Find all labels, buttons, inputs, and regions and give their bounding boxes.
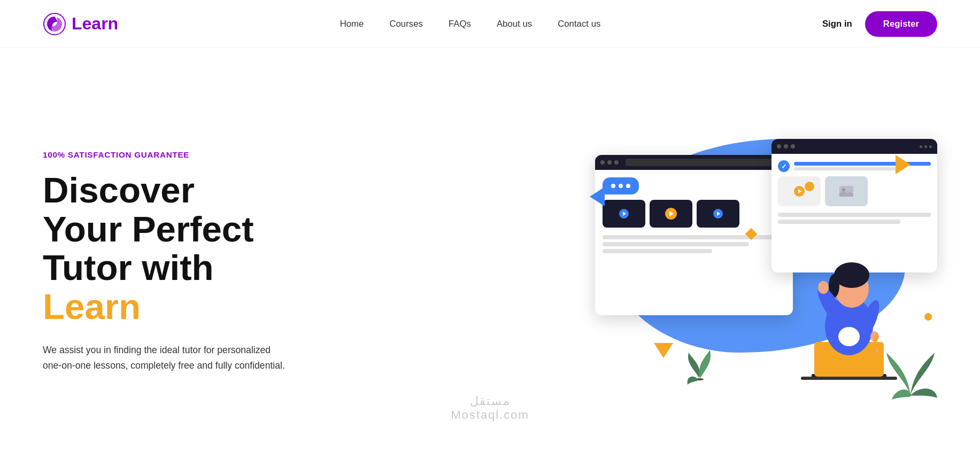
text-line-1 [603,235,785,239]
logo-link[interactable]: Learn [43,12,118,36]
header: Learn Home Courses FAQs About us Contact… [0,0,980,48]
vcard-play-1 [794,186,805,197]
nav-courses[interactable]: Courses [389,19,423,29]
nav-about[interactable]: About us [497,19,532,29]
text-lines [603,235,785,253]
browser-dot-s2 [784,144,788,149]
play-btn-main [665,208,677,220]
person-illustration [790,219,908,401]
hero-section: 100% SATISFACTION GUARANTEE Discover You… [0,48,980,465]
hero-heading-line3: Tutor with [43,248,289,287]
browser-dot-3 [614,160,619,165]
video-thumb-3 [697,200,739,228]
signin-button[interactable]: Sign in [822,19,852,29]
browser-url-bar [626,159,773,166]
leaf-left-plant [683,342,726,395]
text-line-3 [603,249,712,253]
chat-dot-1 [611,184,615,188]
secondary-line-1 [778,213,931,217]
svg-rect-4 [801,377,897,380]
browser-dot-2 [607,160,612,165]
browser-dot-1 [600,160,605,165]
auth-area: Sign in Register [822,11,937,37]
guarantee-label: 100% SATISFACTION GUARANTEE [43,150,289,159]
image-icon [839,186,853,197]
browser-bar-main [595,155,793,170]
check-circle: ✓ [778,160,790,172]
dot-s2 [924,145,927,148]
svg-point-12 [818,281,829,294]
arrow-bottom-shape [654,343,673,358]
vcard-1 [778,176,821,206]
chat-dot-2 [619,184,623,188]
watermark-line2: Mostaql.com [451,408,529,422]
arrow-right-shape [896,155,910,174]
circle-orange2-shape [924,313,932,321]
video-row [603,200,785,228]
hero-heading-line1: Discover [43,171,289,210]
video-thumb-1 [603,200,645,228]
vcard-img [825,176,868,206]
hero-heading: Discover Your Perfect Tutor with Learn [43,171,289,326]
browser-dot-s3 [791,144,795,149]
register-button[interactable]: Register [865,11,937,37]
nav-home[interactable]: Home [340,19,364,29]
hero-illustration: ✓ [584,123,937,401]
video-thumb-2 [650,200,692,228]
brand-name: Learn [72,14,118,34]
chat-bubble [603,177,639,194]
text-line-2 [603,242,749,246]
video-cards [778,176,931,206]
play-btn-small-2 [713,209,723,219]
hero-text: 100% SATISFACTION GUARANTEE Discover You… [43,150,289,373]
hero-heading-learn: Learn [43,287,289,326]
browser-bar-secondary [771,139,937,154]
chat-dot-3 [626,184,630,188]
hero-description: We assist you in finding the ideal tutor… [43,342,289,373]
dot-s1 [920,145,922,148]
circle-orange-shape [805,182,814,191]
watermark-line1: مستقل [451,394,529,408]
browser-window-main [595,155,793,315]
browser-dot-s1 [777,144,781,149]
watermark: مستقل Mostaql.com [451,394,529,422]
svg-point-7 [838,327,860,346]
nav-faqs[interactable]: FAQs [449,19,471,29]
play-btn-small-1 [619,209,629,219]
main-nav: Home Courses FAQs About us Contact us [340,19,601,29]
browser-content-main [595,170,793,261]
nav-contact[interactable]: Contact us [558,19,600,29]
svg-point-9 [834,262,869,288]
logo-icon [43,12,66,36]
browser-dots-secondary [920,145,932,148]
check-line-2 [794,167,904,170]
hero-heading-line2: Your Perfect [43,210,289,249]
dot-s3 [929,145,932,148]
arrow-left-shape [590,187,605,206]
